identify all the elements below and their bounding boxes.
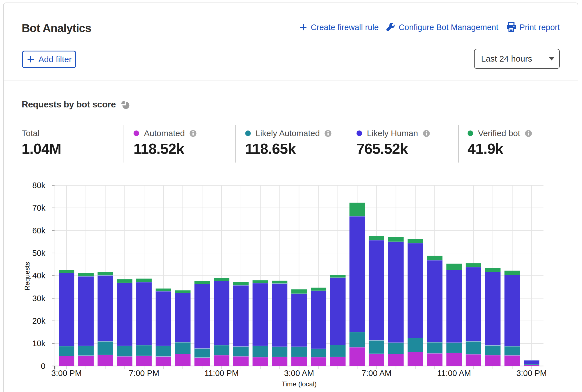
svg-text:60k: 60k	[32, 226, 46, 235]
svg-text:11:00 PM: 11:00 PM	[204, 369, 239, 378]
svg-text:40k: 40k	[32, 271, 46, 280]
svg-text:7:00 AM: 7:00 AM	[362, 369, 391, 378]
svg-text:30k: 30k	[32, 294, 46, 303]
svg-text:3:00 PM: 3:00 PM	[516, 369, 547, 378]
svg-text:Time (local): Time (local)	[282, 380, 317, 388]
svg-text:20k: 20k	[32, 316, 46, 325]
svg-text:11:00 AM: 11:00 AM	[437, 369, 471, 378]
svg-text:70k: 70k	[32, 203, 46, 212]
svg-text:0: 0	[41, 362, 45, 371]
svg-text:Requests: Requests	[23, 262, 31, 290]
svg-text:7:00 PM: 7:00 PM	[129, 369, 159, 378]
svg-text:80k: 80k	[32, 181, 46, 190]
svg-text:3:00 PM: 3:00 PM	[51, 369, 82, 378]
svg-text:10k: 10k	[32, 339, 46, 348]
svg-text:3:00 AM: 3:00 AM	[284, 369, 314, 378]
svg-text:50k: 50k	[32, 249, 46, 258]
